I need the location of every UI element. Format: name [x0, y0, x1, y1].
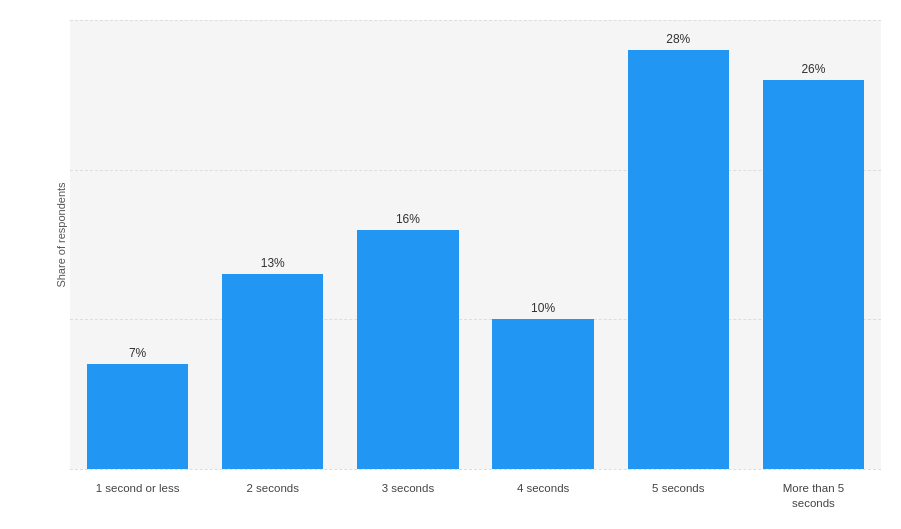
bar-1	[87, 364, 188, 469]
bar-4-label: 10%	[531, 301, 555, 315]
grid-and-bars: 7%13%16%10%28%26%	[70, 20, 881, 469]
x-labels: 1 second or less2 seconds3 seconds4 seco…	[0, 469, 901, 529]
bar-4-group: 10%	[476, 20, 611, 469]
bar-2-group: 13%	[205, 20, 340, 469]
bar-6	[763, 80, 864, 469]
chart-container: Share of respondents 7%13%16%10%28%26% 1…	[0, 0, 901, 529]
bars-row: 7%13%16%10%28%26%	[70, 20, 881, 469]
bar-5-x-label: 5 seconds	[611, 477, 746, 529]
bar-2	[222, 274, 323, 469]
bar-6-group: 26%	[746, 20, 881, 469]
bar-4	[492, 319, 593, 469]
bar-3	[357, 230, 458, 469]
bar-5-label: 28%	[666, 32, 690, 46]
bar-5	[628, 50, 729, 469]
bar-1-group: 7%	[70, 20, 205, 469]
chart-area: Share of respondents 7%13%16%10%28%26%	[0, 0, 901, 469]
bar-1-x-label: 1 second or less	[70, 477, 205, 529]
bar-1-label: 7%	[129, 346, 146, 360]
bar-3-label: 16%	[396, 212, 420, 226]
bar-2-x-label: 2 seconds	[205, 477, 340, 529]
bar-6-x-label: More than 5seconds	[746, 477, 881, 529]
bar-2-label: 13%	[261, 256, 285, 270]
bar-3-group: 16%	[340, 20, 475, 469]
y-axis-label: Share of respondents	[55, 182, 67, 287]
bar-4-x-label: 4 seconds	[476, 477, 611, 529]
bar-6-label: 26%	[801, 62, 825, 76]
bar-3-x-label: 3 seconds	[340, 477, 475, 529]
grid-line	[70, 469, 881, 470]
bar-5-group: 28%	[611, 20, 746, 469]
